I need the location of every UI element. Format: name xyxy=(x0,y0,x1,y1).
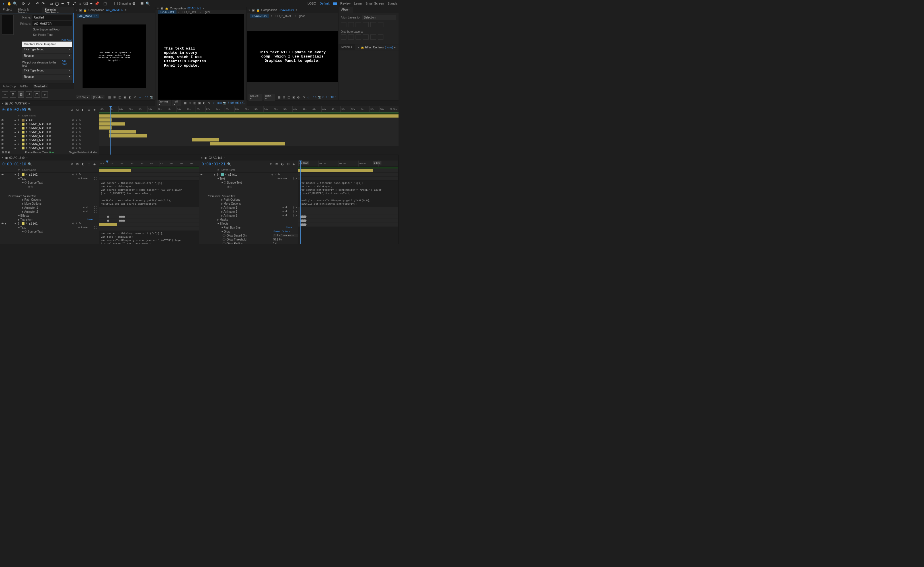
breadcrumb-item[interactable]: 02-AC-1x1 xyxy=(158,10,177,14)
mask-icon[interactable]: ◫ xyxy=(287,95,291,99)
ruler-tick[interactable]: 06s xyxy=(129,160,139,166)
ruler-tick[interactable]: 01:00s xyxy=(389,106,399,112)
stopwatch-icon[interactable] xyxy=(224,182,226,184)
layer-row[interactable]: 👁 ▸ 5 T s2-txt2_MASTER ⊕ / fx xyxy=(0,134,99,138)
lock-toggle-icon[interactable] xyxy=(11,135,14,138)
video-toggle-icon[interactable]: 👁 xyxy=(1,130,4,134)
graph-icon[interactable]: ⧉ xyxy=(75,107,80,112)
ruler-tick[interactable]: 08s xyxy=(138,106,147,112)
layer-name[interactable]: s1-txt1_MASTER xyxy=(29,123,72,126)
shy-switch-icon[interactable]: ⊕ xyxy=(72,127,75,129)
audio-toggle-icon[interactable] xyxy=(4,142,7,146)
brain-icon[interactable]: ⊞ xyxy=(286,162,290,166)
animate-button[interactable] xyxy=(94,177,98,180)
expression-graph-icon[interactable]: ◉ xyxy=(227,185,230,188)
tab-effect-controls[interactable]: × 🔒 Effect Controls (none) ≡ xyxy=(355,44,398,50)
eg-name-input[interactable] xyxy=(33,15,72,20)
layer-name[interactable]: s2-txt4_MASTER xyxy=(29,142,72,146)
ellipse-tool-icon[interactable]: ◯ xyxy=(54,1,60,6)
close-icon[interactable]: × xyxy=(2,156,3,159)
breadcrumb-item[interactable]: gear xyxy=(202,10,213,14)
prop-transform[interactable]: ▸ TransformReset xyxy=(0,218,99,222)
ruler-tick[interactable]: 14s xyxy=(167,106,177,112)
timecode[interactable]: 0:00:01:10 xyxy=(2,162,26,166)
graph-icon[interactable]: ⧉ xyxy=(75,162,80,166)
ruler-tick[interactable]: 18s xyxy=(189,160,199,166)
prop-effects[interactable]: ▾ Effects xyxy=(199,222,298,225)
label-color-icon[interactable] xyxy=(22,142,24,146)
close-icon[interactable]: × xyxy=(249,9,250,12)
twirl-icon[interactable]: ▸ xyxy=(14,119,16,122)
workspace-loso[interactable]: LOSO xyxy=(308,2,316,5)
layer-track[interactable] xyxy=(99,130,399,134)
reset-exp-icon[interactable]: ⟲ xyxy=(207,101,211,105)
workspace-default[interactable]: Default xyxy=(320,2,330,5)
tag-icon[interactable]: ◈ xyxy=(92,162,97,166)
snap-options-icon[interactable]: ⚙ xyxy=(131,1,136,6)
zoom-dropdown[interactable]: (28.3%) ▾ xyxy=(76,95,90,99)
roto-tool-icon[interactable]: ✦ xyxy=(88,1,94,6)
lock-icon[interactable]: 🔒 xyxy=(165,7,168,10)
tab-motion4[interactable]: Motion 4 xyxy=(339,44,355,50)
ruler-tick[interactable]: 00:15s xyxy=(318,160,338,166)
prop-path-options[interactable]: ▸ Path Options xyxy=(0,198,99,201)
tab-gifgun[interactable]: GifGun xyxy=(19,84,30,88)
prop-text[interactable]: ▾ TextAnimate: xyxy=(0,225,99,230)
breadcrumb-item[interactable]: AC_MASTER xyxy=(77,14,99,18)
ruler-tick[interactable]: 36s xyxy=(273,106,283,112)
ruler-tick[interactable]: 38s xyxy=(283,106,292,112)
layer-track[interactable] xyxy=(99,122,399,126)
distribute-4-icon[interactable] xyxy=(363,34,369,40)
viewer-timecode[interactable]: 0:00:01:21 xyxy=(228,101,245,105)
ruler-tick[interactable]: 52s xyxy=(350,106,360,112)
label-color-icon[interactable] xyxy=(22,123,24,126)
shy-icon[interactable]: ⊘ xyxy=(69,162,74,166)
selection-tool-icon[interactable]: ▸ xyxy=(1,1,6,6)
keyframe-icon[interactable] xyxy=(123,219,126,222)
prop-animator[interactable]: ▸ Animator 2Add: xyxy=(199,210,298,213)
toggle-icons[interactable]: ⊞ ⊟ ▣ xyxy=(2,151,10,154)
ruler-tick[interactable]: 44s xyxy=(312,106,321,112)
layer-bar[interactable] xyxy=(99,126,112,129)
overlord-settings-icon[interactable]: ▦ xyxy=(18,92,24,98)
solo-toggle-icon[interactable] xyxy=(8,130,10,134)
expr-toggle[interactable]: = ◉ ◎ xyxy=(0,184,99,188)
toggle-switches-button[interactable]: Toggle Switches / Modes xyxy=(69,151,98,154)
audio-toggle-icon[interactable] xyxy=(4,130,7,134)
zoom-dropdown[interactable]: (59.4%) ▾ xyxy=(157,100,171,106)
stopwatch-icon[interactable] xyxy=(223,238,225,241)
workspace-standard[interactable]: Standa xyxy=(387,2,398,5)
breadcrumb-item[interactable]: SEQ2_1x1 xyxy=(180,10,198,14)
exposure-icon[interactable]: ☼ xyxy=(307,95,310,99)
keyframe-icon[interactable] xyxy=(123,216,126,218)
expression-pickwhip-icon[interactable]: ◎ xyxy=(30,185,33,188)
brain-icon[interactable]: ⊞ xyxy=(87,107,91,112)
timeline-name[interactable]: 02-AC-16x9 xyxy=(9,156,24,159)
overlord-push-icon[interactable]: △ xyxy=(2,92,8,98)
timeline-name[interactable]: AC_MASTER xyxy=(9,102,27,105)
marker[interactable]: ▸ End xyxy=(373,161,381,165)
layer-row[interactable]: 👁 ▾1 Ts1-txt2 ⊕/fx xyxy=(0,172,99,177)
stopwatch-icon[interactable] xyxy=(24,182,27,184)
checkbox-icon[interactable] xyxy=(114,2,118,5)
prop-more-options[interactable]: ▸ More Options xyxy=(199,201,298,206)
local-axis-icon[interactable]: ⬚ xyxy=(102,1,108,6)
dropdown[interactable]: Color Channels ▾ xyxy=(273,234,298,237)
graph-icon[interactable]: ⧉ xyxy=(274,162,279,166)
panel-menu-icon[interactable]: ≡ xyxy=(125,9,127,11)
lock-toggle-icon[interactable] xyxy=(11,127,14,129)
exposure-value[interactable]: +0.0 xyxy=(143,96,148,99)
layer-name[interactable]: FX xyxy=(29,119,72,122)
font-dropdown-1[interactable]: TKE Type Mono xyxy=(22,48,72,53)
ruler-tick[interactable]: 12s xyxy=(157,106,167,112)
label-color-icon[interactable] xyxy=(22,139,24,141)
edit-prop-link-1[interactable]: Edit Prop xyxy=(62,39,72,42)
audio-toggle-icon[interactable] xyxy=(4,139,7,141)
expression-graph-icon[interactable]: ◉ xyxy=(28,185,30,188)
align-vcenter-icon[interactable] xyxy=(370,22,376,27)
expression-pickwhip-icon[interactable]: ◎ xyxy=(230,185,232,188)
brush-tool-icon[interactable]: 🖌 xyxy=(72,1,76,6)
expr-toggle[interactable]: = ◉ ◎ xyxy=(199,184,298,188)
solo-toggle-icon[interactable] xyxy=(8,142,10,146)
tag-icon[interactable]: ◈ xyxy=(291,162,296,166)
